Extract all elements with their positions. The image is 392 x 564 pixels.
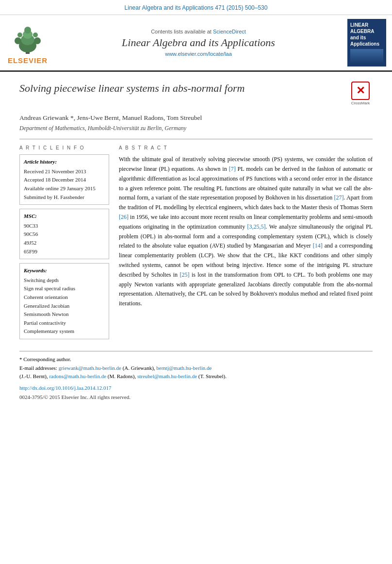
elsevier-brand-text: ELSEVIER (8, 56, 48, 65)
crossmark-widget[interactable]: ✕ CrossMark (348, 82, 373, 105)
article-history-box: Article history: Received 21 November 20… (19, 154, 109, 205)
keyword-2: Sign real spectral radius (24, 284, 105, 293)
email-row: E-mail addresses: griewank@math.hu-berli… (19, 364, 373, 373)
msc-box: MSC: 90C33 90C56 49J52 65F99 (19, 209, 109, 259)
keywords-label: Keywords: (24, 266, 105, 275)
msc-label: MSC: (24, 212, 105, 221)
crossmark-label: CrossMark (351, 101, 370, 105)
footnote-area: * Corresponding author. E-mail addresses… (19, 351, 373, 402)
copyright: 0024-3795/© 2015 Elsevier Inc. All right… (19, 393, 373, 402)
elsevier-logo: ELSEVIER (6, 21, 49, 65)
msc-code-4: 65F99 (24, 248, 105, 256)
elsevier-tree-icon (8, 21, 47, 55)
keyword-1: Switching depth (24, 276, 105, 285)
doi-anchor[interactable]: http://dx.doi.org/10.1016/j.laa.2014.12.… (19, 385, 112, 391)
svg-point-4 (24, 27, 31, 33)
svg-point-5 (15, 37, 21, 44)
crossmark-logo[interactable]: ✕ (351, 82, 370, 100)
journal-cover-thumbnail: LINEAR ALGEBRA and its Applications (347, 19, 386, 66)
abstract-column: A B S T R A C T With the ultimate goal o… (119, 144, 373, 343)
authors-text: Andreas Griewank *, Jens-Uwe Bernt, Manu… (19, 114, 202, 121)
bernt-email[interactable]: berntj@math.hu-berlin.de (156, 365, 212, 371)
accepted-date: Accepted 18 December 2014 (24, 176, 105, 184)
svg-point-6 (34, 37, 41, 44)
ref-325-link[interactable]: [3,25,5] (247, 223, 266, 230)
email-row-2: (J.-U. Bernt), radons@math.hu-berlin.de … (19, 372, 373, 381)
keywords-box: Keywords: Switching depth Sign real spec… (19, 263, 109, 339)
received-date: Received 21 November 2013 (24, 167, 105, 176)
keyword-4: Generalized Jacobian (24, 302, 105, 311)
article-info-column: A R T I C L E I N F O Article history: R… (19, 144, 109, 343)
sciencedirect-link[interactable]: ScienceDirect (213, 29, 246, 34)
ref-14-link[interactable]: [14] (313, 242, 323, 249)
journal-center: Contents lists available at ScienceDirec… (54, 27, 343, 59)
cover-title-text: LINEAR ALGEBRA and its Applications (350, 22, 383, 47)
two-column-layout: A R T I C L E I N F O Article history: R… (19, 144, 373, 343)
radons-name: (M. Radons), (108, 373, 136, 379)
keyword-7: Complementary system (24, 327, 105, 336)
corresponding-note: * Corresponding author. (19, 355, 373, 364)
paper-title-row: Solving piecewise linear systems in abs-… (19, 82, 373, 105)
journal-title: Linear Algebra and its Applications (54, 36, 343, 49)
griewank-name: (A. Griewank), (123, 365, 155, 371)
history-label: Article history: (24, 158, 105, 166)
bernt-name: (J.-U. Bernt), (19, 373, 48, 379)
journal-url: www.elsevier.com/locate/laa (54, 51, 343, 57)
abstract-text: With the ultimate goal of iteratively so… (119, 155, 373, 309)
journal-reference-bar: Linear Algebra and its Applications 471 … (0, 0, 392, 15)
affiliation: Department of Mathematics, Humboldt-Univ… (19, 125, 373, 132)
paper-body: Solving piecewise linear systems in abs-… (0, 72, 392, 412)
keyword-5: Semismooth Newton (24, 310, 105, 319)
paper-title: Solving piecewise linear systems in abs-… (19, 82, 343, 96)
ref-27-link[interactable]: [27] (334, 194, 343, 201)
keyword-3: Coherent orientation (24, 293, 105, 302)
abstract-label: A B S T R A C T (119, 144, 373, 152)
radons-email[interactable]: radons@math.hu-berlin.de (49, 373, 106, 379)
svg-point-7 (17, 33, 22, 37)
msc-code-2: 90C56 (24, 230, 105, 239)
msc-code-1: 90C33 (24, 222, 105, 231)
msc-code-3: 49J52 (24, 239, 105, 248)
sciencedirect-line: Contents lists available at ScienceDirec… (54, 29, 343, 34)
streubel-email[interactable]: streubel@math.hu-berlin.de (137, 373, 197, 379)
ref-26-link[interactable]: [26] (119, 214, 129, 220)
section-divider (19, 139, 373, 139)
streubel-name: (T. Streubel). (198, 373, 227, 379)
available-date: Available online 29 January 2015 (24, 184, 105, 193)
journal-header: ELSEVIER Contents lists available at Sci… (0, 15, 392, 72)
submitted-by: Submitted by H. Fassbender (24, 193, 105, 202)
doi-link[interactable]: http://dx.doi.org/10.1016/j.laa.2014.12.… (19, 384, 373, 393)
svg-point-8 (33, 33, 38, 37)
keyword-6: Partial contractivity (24, 319, 105, 328)
griewank-email[interactable]: griewank@math.hu-berlin.de (59, 365, 121, 371)
authors: Andreas Griewank *, Jens-Uwe Bernt, Manu… (19, 113, 373, 123)
email-label: E-mail addresses: (19, 365, 57, 371)
journal-ref-text: Linear Algebra and its Applications 471 … (125, 4, 268, 11)
ref-25-link[interactable]: [25] (180, 271, 190, 278)
ref-7-link[interactable]: [7] (229, 166, 236, 172)
crossmark-x-icon: ✕ (356, 84, 365, 97)
article-info-label: A R T I C L E I N F O (19, 144, 109, 151)
